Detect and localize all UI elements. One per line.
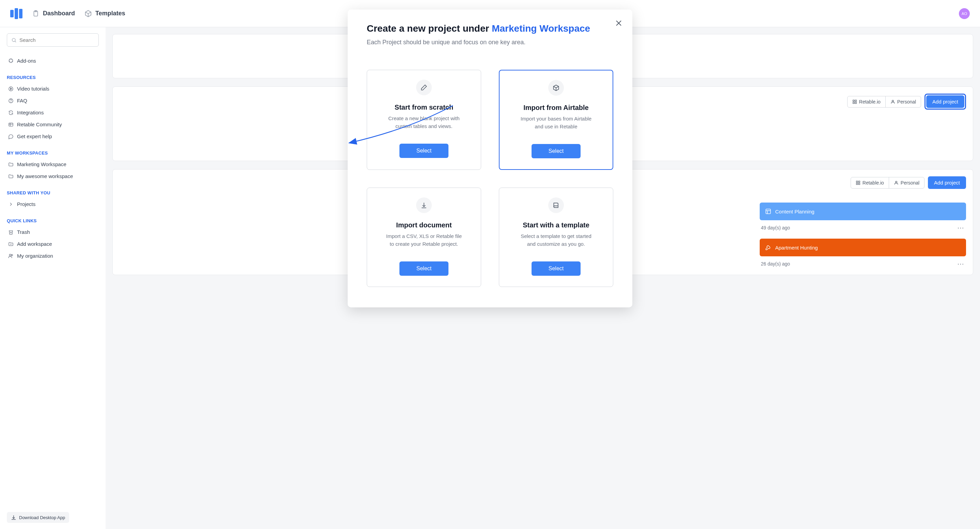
options-grid: Start from scratch Create a new blank pr… (367, 70, 613, 287)
option-title: Import from Airtable (523, 104, 589, 112)
close-button[interactable] (615, 19, 623, 29)
modal-title: Create a new project under Marketing Wor… (367, 23, 613, 34)
modal-overlay: Create a new project under Marketing Wor… (0, 0, 980, 529)
option-title: Start from scratch (395, 103, 453, 111)
select-template-button[interactable]: Select (531, 261, 581, 276)
close-icon (615, 19, 623, 27)
option-desc: Import a CSV, XLS or Retable file to cre… (385, 232, 463, 248)
option-desc: Import your bases from Airtable and use … (517, 115, 595, 130)
option-title: Import document (396, 221, 452, 229)
option-import-document: Import document Import a CSV, XLS or Ret… (367, 187, 481, 287)
select-scratch-button[interactable]: Select (399, 144, 449, 158)
select-airtable-button[interactable]: Select (531, 144, 581, 158)
modal-subtitle: Each Project should be unique and focus … (367, 39, 613, 46)
book-icon (548, 197, 564, 213)
download-icon (416, 197, 432, 213)
select-document-button[interactable]: Select (399, 261, 449, 276)
pencil-icon (416, 79, 432, 95)
create-project-modal: Create a new project under Marketing Wor… (348, 10, 632, 307)
option-import-airtable: Import from Airtable Import your bases f… (499, 70, 613, 170)
option-start-template: Start with a template Select a template … (499, 187, 613, 287)
option-start-from-scratch: Start from scratch Create a new blank pr… (367, 70, 481, 170)
option-desc: Select a template to get started and cus… (517, 232, 595, 248)
modal-title-workspace: Marketing Workspace (492, 23, 590, 34)
option-desc: Create a new blank project with custom t… (385, 115, 463, 130)
modal-title-prefix: Create a new project under (367, 23, 492, 34)
option-title: Start with a template (523, 221, 589, 229)
cube-icon (548, 80, 564, 96)
